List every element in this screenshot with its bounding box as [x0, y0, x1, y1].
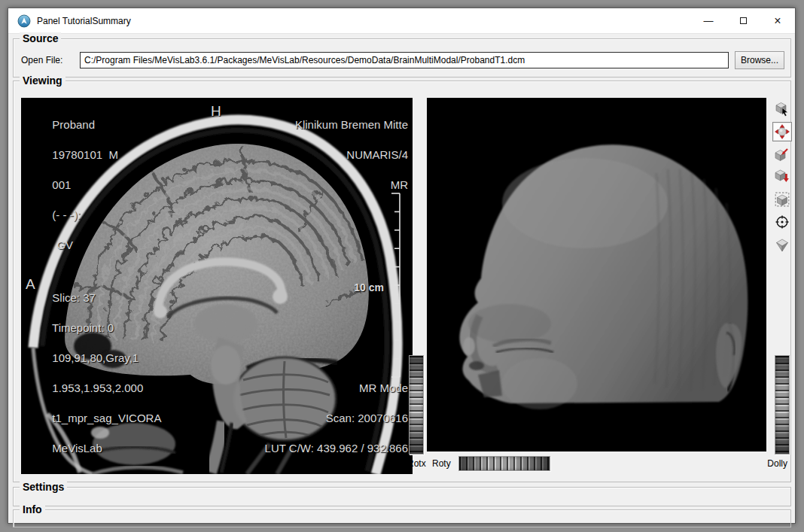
window-controls: — ×: [691, 8, 795, 33]
window-title: Panel TutorialSummary: [37, 16, 131, 26]
view-mode-button[interactable]: [772, 122, 792, 141]
roty-thumbwheel[interactable]: [458, 456, 550, 471]
source-section-title: Source: [20, 32, 61, 44]
info-section: Info: [13, 509, 791, 527]
pick-mode-icon: [775, 102, 790, 117]
home-icon: [775, 147, 790, 162]
maximize-button[interactable]: [726, 8, 760, 33]
camera-type-icon: [775, 237, 790, 252]
roty-label: Roty: [432, 458, 451, 469]
info-section-title: Info: [20, 503, 45, 515]
minimize-icon: —: [704, 17, 714, 24]
view-all-icon: [775, 192, 790, 207]
pick-mode-button[interactable]: [772, 99, 792, 119]
patient-info-overlay: Proband 19780101 M 001 (- - -): GV: [27, 102, 118, 268]
view-all-button[interactable]: [772, 190, 792, 209]
open-file-label: Open File:: [21, 55, 80, 65]
rotx-label: Rotx: [407, 458, 426, 469]
file-path-input[interactable]: [80, 52, 729, 68]
mode-status-overlay: MR Mode Scan: 20070616 LUT C/W: 439.962 …: [239, 366, 408, 471]
rotx-thumbwheel[interactable]: [409, 355, 424, 454]
set-home-button[interactable]: [772, 167, 792, 187]
maximize-icon: [740, 17, 747, 24]
settings-section: Settings: [13, 487, 791, 506]
seek-button[interactable]: [772, 212, 792, 232]
mevislab-logo-icon: [17, 14, 31, 28]
viewing-section-title: Viewing: [20, 74, 65, 87]
scale-label: 10 cm: [354, 280, 384, 295]
dolly-thumbwheel[interactable]: [775, 355, 790, 454]
set-home-icon: [775, 169, 790, 184]
browse-button[interactable]: Browse...: [735, 51, 784, 69]
slice-viewer-2d[interactable]: Proband 19780101 M 001 (- - -): GV H A K…: [21, 98, 413, 474]
scale-ruler: [390, 191, 402, 379]
settings-section-title: Settings: [20, 481, 67, 493]
site-info-overlay: Klinikum Bremen Mitte NUMARIS/4 MR: [270, 102, 408, 208]
head-3d-render: [427, 98, 766, 451]
titlebar[interactable]: Panel TutorialSummary — ×: [8, 8, 795, 34]
dolly-label: Dolly: [767, 458, 787, 469]
viewing-section: Viewing: [13, 81, 791, 482]
close-button[interactable]: ×: [760, 8, 795, 33]
close-icon: ×: [774, 14, 781, 28]
seek-icon: [775, 214, 790, 230]
source-section: Source Open File: Browse...: [13, 38, 791, 78]
camera-type-button[interactable]: [772, 235, 792, 254]
slice-status-overlay: Slice: 37 Timepoint: 0 109,91,80,Gray,1 …: [27, 275, 161, 471]
home-button[interactable]: [772, 144, 792, 164]
viewer-3d[interactable]: [427, 98, 766, 451]
minimize-button[interactable]: —: [691, 8, 726, 33]
panel-window: Panel TutorialSummary — × Source Open Fi…: [8, 8, 796, 524]
orientation-marker-head: H: [211, 104, 221, 119]
viewer3d-toolbar: [772, 99, 792, 257]
view-mode-icon: [775, 124, 790, 139]
